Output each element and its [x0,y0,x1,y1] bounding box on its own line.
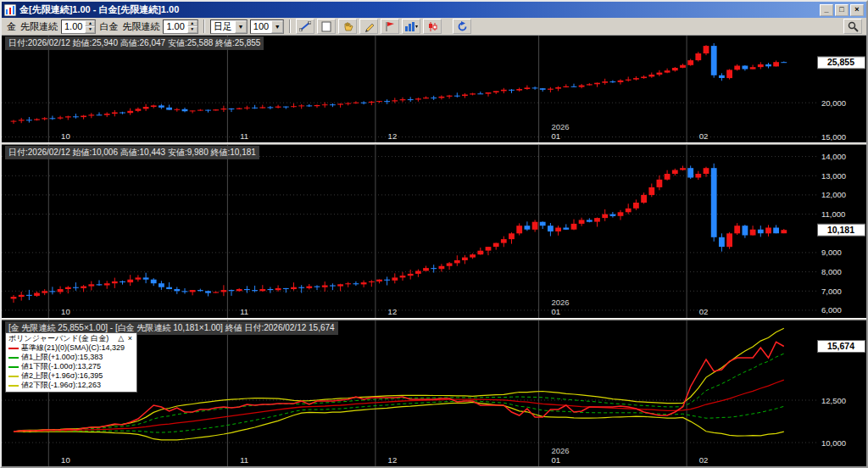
svg-text:2026: 2026 [551,446,569,455]
legend-item: 値2上限(+1.96σ):16,395 [8,371,133,381]
svg-text:2026: 2026 [551,122,569,131]
chevron-down-icon[interactable]: ▼ [235,20,247,33]
legend-item: 値1下限(-1.00σ):13,275 [8,362,133,371]
instrument1-contract: 先限連続 [19,20,58,33]
maximize-button[interactable]: □ [835,4,849,16]
svg-text:15,674: 15,674 [827,341,854,351]
spinner-arrows[interactable]: ▲ ▼ [85,20,95,33]
price-badge: 10,181 [818,224,865,236]
svg-text:01: 01 [551,131,560,141]
instrument1-multiplier-value: 1.00 [64,21,82,31]
app-icon [4,4,16,16]
period-value: 日足 [214,20,232,33]
app-window: 金[先限連続]1.00 - 白金[先限連続]1.00 _ □ × 金 先限連続 … [0,0,868,468]
svg-text:9,000: 9,000 [821,248,842,257]
legend-items: 基準線(21)(0)(SMA)(C):14,329値1上限(+1.00σ):15… [8,343,133,390]
title-bar[interactable]: 金[先限連続]1.00 - 白金[先限連続]1.00 _ □ × [2,2,866,18]
band1-lower-line [14,401,784,432]
spin-up-icon[interactable]: ▲ [85,20,95,27]
instrument1-name: 金 [6,20,17,33]
svg-text:01: 01 [551,307,560,316]
svg-text:12: 12 [388,131,398,141]
trend-line-icon [299,21,311,31]
spin-down-icon[interactable]: ▼ [85,26,95,33]
svg-text:11: 11 [240,131,248,141]
svg-text:11,000: 11,000 [821,209,845,219]
instrument2-name: 白金 [98,20,119,33]
hand-tool-button[interactable] [338,19,357,34]
bar-chart-icon [404,21,418,32]
svg-text:10: 10 [61,131,70,141]
toolbar: 金 先限連続 1.00 ▲ ▼ 白金 先限連続 1.00 ▲ ▼ 日足 ▼ 10… [2,18,866,36]
spread-chart-panel: 12,50010,0001011120102202615,674 [金 先限連続… [2,320,866,466]
chart-stack: 20,00015,0001011120102202625,855 日付:2026… [2,36,866,466]
svg-text:25,855: 25,855 [827,57,854,67]
select-region-button[interactable] [317,19,336,34]
svg-text:10: 10 [61,307,70,316]
pencil-icon [364,21,375,32]
legend-close-button[interactable]: × [127,334,133,343]
spin-up-icon[interactable]: ▲ [187,20,198,27]
legend-item-label: 値2下限(-1.96σ):12,263 [21,381,101,390]
axis-labels: 20,00015,0001011120102202625,855 [61,57,865,142]
legend-line-swatch [8,366,19,368]
minimize-button[interactable]: _ [820,4,833,16]
bar-count-select[interactable]: 100 ▼ [250,20,284,34]
toolbar-separator [203,20,205,33]
indicator-button[interactable] [423,19,442,34]
platinum-chart-panel: 14,00013,00012,00011,0009,0008,0007,0006… [2,145,866,318]
legend-item-label: 値1下限(-1.00σ):13,275 [21,362,101,371]
close-button[interactable]: × [850,4,864,16]
instrument2-multiplier-spinner[interactable]: 1.00 ▲ ▼ [163,20,198,34]
svg-text:2026: 2026 [551,298,569,307]
search-zoom-button[interactable] [843,19,862,34]
instrument1-multiplier-spinner[interactable]: 1.00 ▲ ▼ [61,20,96,34]
svg-text:15,000: 15,000 [821,132,846,142]
svg-text:10: 10 [61,455,70,465]
svg-text:14,000: 14,000 [821,152,846,161]
svg-text:13,000: 13,000 [821,171,846,181]
svg-text:02: 02 [699,307,709,316]
legend-collapse-button[interactable]: △ [117,334,125,343]
legend-line-swatch [8,385,19,387]
svg-text:02: 02 [699,131,709,141]
grid-layer [2,145,817,318]
refresh-icon [457,21,468,32]
legend-item: 値2下限(-1.96σ):12,263 [8,381,133,390]
period-select[interactable]: 日足 ▼ [210,20,248,34]
candles-layer [11,43,787,124]
gold-chart-panel: 20,00015,0001011120102202625,855 日付:2026… [2,36,866,142]
platinum-chart-canvas[interactable]: 14,00013,00012,00011,0009,0008,0007,0006… [2,145,866,318]
svg-text:7,000: 7,000 [821,287,842,296]
legend-item-label: 値1上限(+1.00σ):15,383 [21,353,103,362]
platinum-info-strip: 日付:2026/02/12 始値:10,006 高値:10,443 安値:9,9… [5,146,259,159]
chevron-down-icon[interactable]: ▼ [271,20,283,33]
instrument2-contract: 先限連続 [121,20,160,33]
gold-info-strip: 日付:2026/02/12 始値:25,940 高値:26,047 安値:25,… [5,36,264,50]
legend-item-label: 値2上限(+1.96σ):16,395 [21,371,103,381]
svg-text:6,000: 6,000 [821,305,842,315]
svg-text:01: 01 [551,455,560,465]
bar-count-value: 100 [253,21,269,31]
price-badge: 25,855 [818,57,865,69]
marker-flag-button[interactable] [381,19,399,34]
svg-text:12: 12 [388,307,398,316]
svg-text:02: 02 [699,455,709,465]
price-badge: 15,674 [818,341,865,353]
svg-text:10,181: 10,181 [827,225,854,235]
pencil-tool-button[interactable] [359,19,378,34]
flag-icon [385,21,395,32]
chart-type-button[interactable] [402,19,420,34]
bollinger-legend: ボリンジャーバンド(金 白金) △ × 基準線(21)(0)(SMA)(C):1… [5,332,137,393]
band2-lower-line [14,402,784,440]
spin-down-icon[interactable]: ▼ [187,26,198,33]
gold-chart-canvas[interactable]: 20,00015,0001011120102202625,855 [2,36,866,142]
legend-line-swatch [8,376,19,377]
legend-title: ボリンジャーバンド(金 白金) [8,334,108,343]
svg-text:20,000: 20,000 [821,98,846,108]
svg-text:12: 12 [388,455,398,465]
legend-item: 基準線(21)(0)(SMA)(C):14,329 [8,343,133,353]
trend-line-button[interactable] [296,19,314,34]
spinner-arrows[interactable]: ▲ ▼ [187,20,198,33]
refresh-button[interactable] [453,19,471,34]
